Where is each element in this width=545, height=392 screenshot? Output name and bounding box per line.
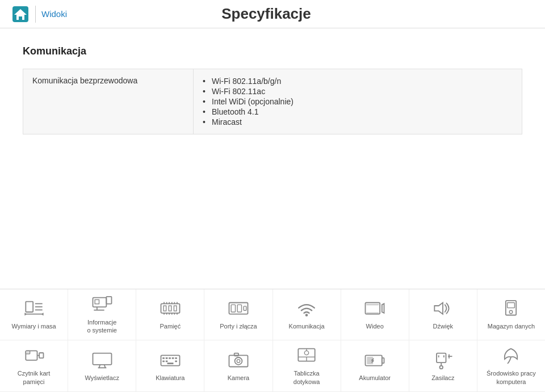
spec-table: Komunikacja bezprzewodowaWi-Fi 802.11a/b… [23, 69, 522, 134]
section-title: Komunikacja [23, 45, 522, 57]
home-icon[interactable] [11, 5, 30, 23]
spec-label: Komunikacja bezprzewodowa [23, 69, 194, 134]
page-title: Specyfikacje [67, 5, 466, 23]
header: Widoki Specyfikacje [0, 0, 545, 28]
spec-value: Wi-Fi 802.11a/b/g/nWi-Fi 802.11acIntel W… [194, 69, 522, 134]
main-content: Komunikacja Komunikacja bezprzewodowaWi-… [0, 28, 545, 157]
spec-list-item: Wi-Fi 802.11ac [203, 86, 513, 96]
spec-list-item: Wi-Fi 802.11a/b/g/n [203, 76, 513, 86]
spec-list-item: Intel WiDi (opcjonalnie) [203, 96, 513, 107]
nav-link[interactable]: Widoki [41, 9, 67, 19]
header-divider [35, 6, 36, 23]
spec-list-item: Miracast [203, 117, 513, 127]
spec-list-item: Bluetooth 4.1 [203, 107, 513, 117]
